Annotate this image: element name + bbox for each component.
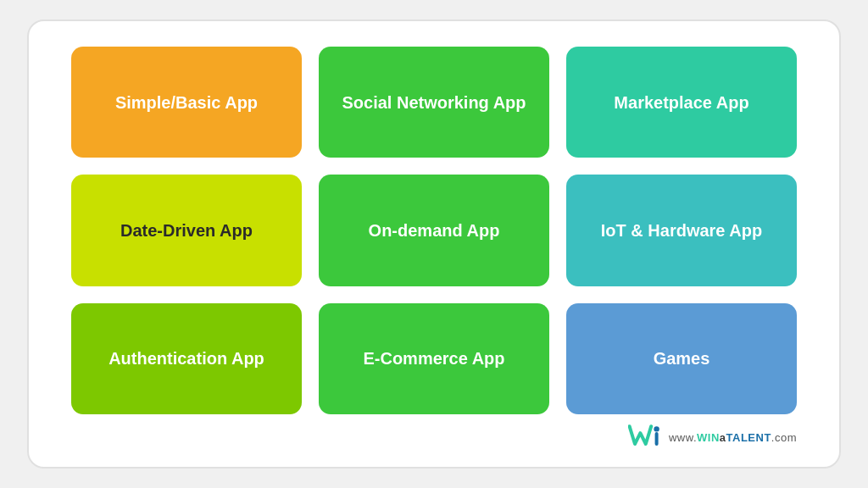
tile-label-date-driven: Date-Driven App [120,219,253,241]
footer: www.WINaTALENT.com [71,414,797,450]
svg-point-0 [654,426,659,431]
tile-social-networking[interactable]: Social Networking App [319,47,549,158]
tile-on-demand[interactable]: On-demand App [319,175,549,286]
tile-ecommerce[interactable]: E-Commerce App [319,303,549,414]
tile-date-driven[interactable]: Date-Driven App [71,175,302,286]
tile-label-on-demand: On-demand App [369,219,500,241]
main-card: Simple/Basic App Social Networking App M… [27,19,841,469]
tile-label-games: Games [654,347,710,369]
tile-iot-hardware[interactable]: IoT & Hardware App [566,175,797,286]
tile-simple-basic[interactable]: Simple/Basic App [71,47,302,158]
tile-label-simple-basic: Simple/Basic App [115,92,258,114]
tile-label-marketplace: Marketplace App [614,92,748,114]
logo-area: www.WINaTALENT.com [628,424,797,450]
app-grid: Simple/Basic App Social Networking App M… [71,47,797,414]
tile-authentication[interactable]: Authentication App [71,303,302,414]
tile-games[interactable]: Games [566,303,797,414]
tile-label-social-networking: Social Networking App [342,92,526,114]
tile-label-ecommerce: E-Commerce App [363,347,504,369]
tile-label-iot-hardware: IoT & Hardware App [601,219,762,241]
logo-text: www.WINaTALENT.com [669,431,797,444]
logo-icon [628,424,662,450]
tile-label-authentication: Authentication App [108,347,264,369]
tile-marketplace[interactable]: Marketplace App [566,47,797,158]
